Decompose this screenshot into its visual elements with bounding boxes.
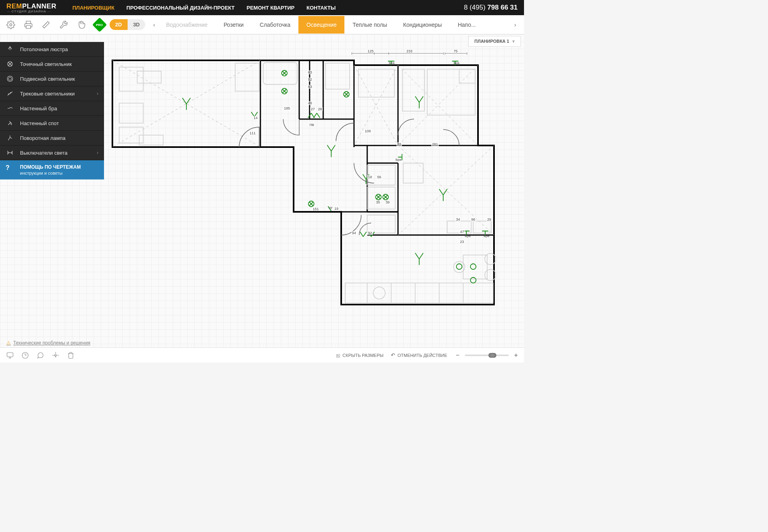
undo-button[interactable]: ↶ ОТМЕНИТЬ ДЕЙСТВИЕ bbox=[391, 352, 447, 358]
tab-lowvoltage[interactable]: Слаботочка bbox=[252, 16, 298, 34]
dimension-value: 151 bbox=[312, 207, 320, 211]
sidebar-item-chandelier[interactable]: Потолочная люстра bbox=[0, 42, 104, 57]
svg-point-58 bbox=[456, 264, 462, 269]
dimension-value: 27 bbox=[310, 107, 316, 111]
layout-selector[interactable]: ПЛАНИРОВКА 1 bbox=[468, 36, 521, 47]
dimension-line bbox=[374, 53, 444, 54]
logo-rem: REM bbox=[6, 2, 22, 10]
pendant-icon bbox=[6, 75, 14, 82]
sidebar-item-track[interactable]: Трековые светильники› bbox=[0, 86, 104, 101]
monitor-icon[interactable] bbox=[5, 350, 15, 361]
logo-planner: PLANNER bbox=[22, 2, 56, 10]
tech-problems-label: Технические проблемы и решения bbox=[13, 340, 90, 346]
warning-icon: ⚠ bbox=[6, 340, 11, 346]
tab-floorheating[interactable]: Теплые полы bbox=[344, 16, 395, 34]
svg-point-0 bbox=[10, 24, 12, 26]
sidebar-item-pendant[interactable]: Подвесной светильник bbox=[0, 72, 104, 86]
tab-sockets[interactable]: Розетки bbox=[216, 16, 252, 34]
svg-point-62 bbox=[8, 77, 12, 80]
ruler-icon[interactable] bbox=[40, 19, 52, 31]
toolbar: PRO 2D 3D ‹ Водоснабжение Розетки Слабот… bbox=[0, 15, 524, 34]
svg-rect-66 bbox=[7, 353, 13, 357]
pro-badge[interactable]: PRO bbox=[92, 17, 107, 32]
sidebar-item-switches[interactable]: Выключатели света› bbox=[0, 145, 104, 160]
phone[interactable]: 8 (495) 798 66 31 bbox=[464, 4, 518, 12]
help-circle-icon[interactable] bbox=[20, 350, 30, 361]
nav-planner[interactable]: ПЛАНИРОВЩИК bbox=[72, 5, 114, 11]
footer: 80 СКРЫТЬ РАЗМЕРЫ ↶ ОТМЕНИТЬ ДЕЙСТВИЕ − … bbox=[0, 347, 524, 363]
logo-subtitle: СТУДИЯ ДИЗАЙНА bbox=[6, 10, 56, 13]
chevron-right-icon: › bbox=[97, 91, 98, 96]
fixture-label: Бра bbox=[454, 61, 459, 65]
dimension-value: 19 bbox=[334, 207, 339, 211]
spotlight-icon bbox=[6, 60, 14, 68]
chandelier-icon bbox=[6, 46, 14, 53]
print-icon[interactable] bbox=[22, 19, 34, 31]
dimension-value: 109 bbox=[364, 129, 372, 133]
undo-icon: ↶ bbox=[391, 352, 395, 358]
hide-sizes-button[interactable]: 80 СКРЫТЬ РАЗМЕРЫ bbox=[336, 353, 383, 358]
tech-problems-link[interactable]: ⚠ Технические проблемы и решения bbox=[6, 340, 90, 346]
view-2d-button[interactable]: 2D bbox=[110, 19, 128, 30]
sidebar-item-sconce[interactable]: Настенный бра bbox=[0, 101, 104, 116]
floorplan[interactable]: 12523375 6352631854827281411110928281185… bbox=[111, 59, 496, 310]
gear-icon[interactable] bbox=[50, 350, 61, 361]
dimension-value: 18 bbox=[367, 175, 373, 179]
zoom-control: − + bbox=[454, 352, 519, 359]
chat-icon[interactable] bbox=[35, 350, 46, 361]
zoom-in-button[interactable]: + bbox=[513, 352, 519, 359]
sidebar: Потолочная люстраТочечный светильникПодв… bbox=[0, 42, 104, 179]
dimension-value: 23 bbox=[459, 240, 465, 244]
svg-rect-23 bbox=[119, 67, 143, 91]
tabs-prev-icon[interactable]: ‹ bbox=[150, 22, 158, 28]
view-3d-button[interactable]: 3D bbox=[128, 19, 146, 30]
dimension-value: 233 bbox=[406, 49, 413, 53]
svg-rect-33 bbox=[402, 69, 424, 111]
fixture-label: ПВ bbox=[310, 123, 314, 127]
nav-contacts[interactable]: КОНТАКТЫ bbox=[306, 5, 336, 11]
sidebar-item-wall-spot[interactable]: Настенный спот bbox=[0, 116, 104, 131]
settings-gear-icon[interactable] bbox=[5, 19, 17, 31]
main-header: REMPLANNER СТУДИЯ ДИЗАЙНА ПЛАНИРОВЩИК ПР… bbox=[0, 0, 524, 15]
dimension-value: 28 bbox=[317, 107, 323, 111]
dimension-value: 47 bbox=[459, 230, 465, 234]
fixture-label: Бра bbox=[396, 158, 401, 161]
nav-repair[interactable]: РЕМОНТ КВАРТИР bbox=[247, 5, 295, 11]
sidebar-item-label: Настенный спот bbox=[20, 120, 98, 126]
hand-icon[interactable] bbox=[75, 19, 87, 31]
view-toggle: 2D 3D bbox=[110, 19, 145, 30]
dimension-value: 52 bbox=[307, 78, 313, 82]
nav-design[interactable]: ПРОФЕССИОНАЛЬНЫЙ ДИЗАЙН-ПРОЕКТ bbox=[126, 5, 234, 11]
tabs-next-icon[interactable]: › bbox=[511, 22, 519, 28]
sidebar-item-label: Потолочная люстра bbox=[20, 46, 98, 52]
trash-icon[interactable] bbox=[66, 350, 76, 361]
sidebar-item-label: Подвесной светильник bbox=[20, 76, 98, 82]
sizes-count-badge: 80 bbox=[336, 353, 340, 357]
svg-rect-28 bbox=[235, 63, 259, 91]
tab-lighting[interactable]: Освещение bbox=[298, 16, 344, 34]
zoom-handle[interactable] bbox=[488, 353, 496, 358]
svg-point-69 bbox=[22, 352, 28, 358]
tab-floor[interactable]: Напо... bbox=[450, 16, 484, 34]
dimension-value: 125 bbox=[367, 49, 374, 53]
track-icon bbox=[6, 90, 14, 97]
sidebar-item-label: Выключатели света bbox=[20, 150, 97, 156]
sconce-icon bbox=[6, 105, 14, 112]
zoom-slider[interactable] bbox=[465, 355, 509, 356]
sidebar-item-spotlight[interactable]: Точечный светильник bbox=[0, 57, 104, 72]
tabs: Водоснабжение Розетки Слаботочка Освещен… bbox=[158, 16, 511, 34]
logo[interactable]: REMPLANNER СТУДИЯ ДИЗАЙНА bbox=[6, 2, 56, 13]
dimension-value: 56 bbox=[376, 175, 382, 179]
tab-water[interactable]: Водоснабжение bbox=[158, 16, 216, 34]
dimension-value: 28 bbox=[396, 142, 402, 146]
zoom-out-button[interactable]: − bbox=[454, 352, 461, 359]
dimension-value: 35 bbox=[375, 200, 381, 204]
sidebar-item-label: Трековые светильники bbox=[20, 91, 97, 97]
undo-label: ОТМЕНИТЬ ДЕЙСТВИЕ bbox=[398, 353, 447, 358]
tab-aircon[interactable]: Кондиционеры bbox=[395, 16, 450, 34]
tools-icon[interactable] bbox=[58, 19, 70, 31]
sidebar-item-swivel-lamp[interactable]: Поворотная лампа bbox=[0, 131, 104, 145]
sidebar-help[interactable]: ? ПОМОЩЬ ПО ЧЕРТЕЖАМ инструкции и советы bbox=[0, 160, 104, 179]
svg-rect-29 bbox=[263, 62, 297, 84]
dimension-line bbox=[445, 53, 467, 54]
